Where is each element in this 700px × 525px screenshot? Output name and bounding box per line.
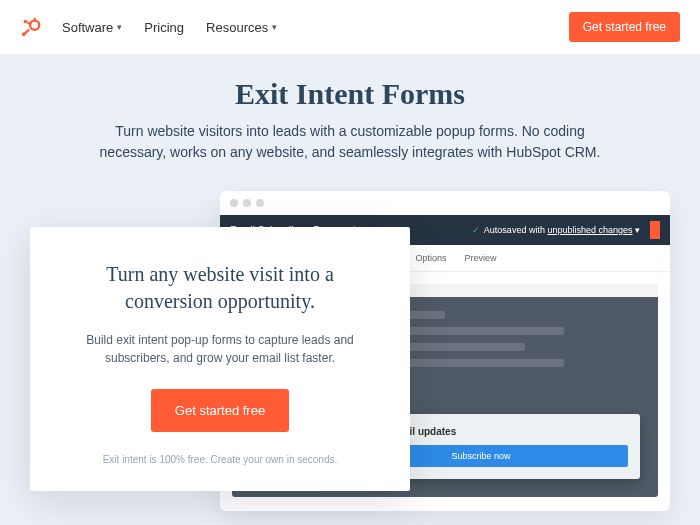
hero-section: Exit Intent Forms Turn website visitors … (0, 55, 700, 525)
chevron-down-icon: ▾ (272, 22, 277, 32)
top-nav: Software▾ Pricing Resources▾ Get started… (0, 0, 700, 55)
hubspot-logo-icon[interactable] (20, 16, 42, 38)
card-title: Turn any website visit into a conversion… (60, 261, 380, 315)
svg-point-3 (24, 20, 28, 24)
promo-card: Turn any website visit into a conversion… (30, 227, 410, 491)
card-cta-button[interactable]: Get started free (151, 389, 289, 432)
nav-resources[interactable]: Resources▾ (206, 20, 277, 35)
check-icon: ✓ (472, 225, 480, 235)
publish-button[interactable] (650, 221, 660, 239)
chevron-down-icon: ▾ (117, 22, 122, 32)
card-body: Build exit intent pop-up forms to captur… (60, 331, 380, 367)
svg-point-2 (22, 33, 26, 37)
nav-pricing[interactable]: Pricing (144, 20, 184, 35)
card-fineprint: Exit intent is 100% free. Create your ow… (60, 454, 380, 465)
window-controls (220, 191, 670, 215)
hero-subtitle: Turn website visitors into leads with a … (90, 121, 610, 163)
traffic-light-icon (256, 199, 264, 207)
svg-point-0 (30, 21, 39, 30)
tab-item[interactable]: Options (416, 253, 447, 263)
tab-item[interactable]: Preview (465, 253, 497, 263)
get-started-button[interactable]: Get started free (569, 12, 680, 42)
nav-software[interactable]: Software▾ (62, 20, 122, 35)
autosave-status: Autosaved with unpublished changes ▾ (484, 225, 640, 235)
hero-title: Exit Intent Forms (40, 77, 660, 111)
traffic-light-icon (243, 199, 251, 207)
traffic-light-icon (230, 199, 238, 207)
